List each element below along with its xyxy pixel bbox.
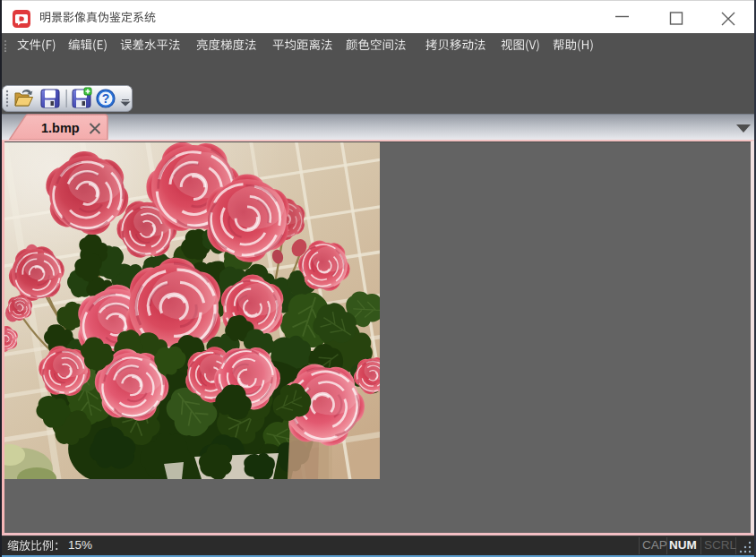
svg-text:?: ?	[102, 91, 110, 106]
svg-text:1.bmp: 1.bmp	[41, 121, 80, 135]
